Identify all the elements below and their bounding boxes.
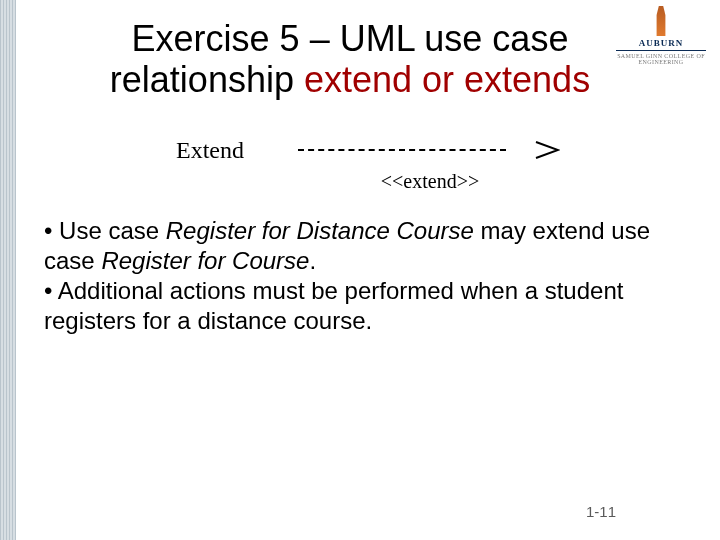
bullet-2: • Additional actions must be performed w…	[44, 276, 664, 336]
dashed-line	[298, 149, 506, 151]
extend-stereotype: <<extend>>	[300, 170, 560, 193]
tower-icon	[650, 6, 672, 36]
bullet-1: • Use case Register for Distance Course …	[44, 216, 664, 276]
notation-row: Extend	[150, 130, 560, 170]
b1-pre: • Use case	[44, 217, 166, 244]
slide-title: Exercise 5 – UML use case relationship e…	[70, 18, 630, 101]
b1-it2: Register for Course	[101, 247, 309, 274]
b1-it1: Register for Distance Course	[166, 217, 474, 244]
open-arrowhead-icon	[534, 140, 560, 160]
notation-label: Extend	[150, 137, 270, 164]
side-band	[0, 0, 16, 540]
uml-notation: Extend <<extend>>	[150, 130, 560, 193]
body-text: • Use case Register for Distance Course …	[44, 216, 664, 336]
page-number: 1-11	[586, 503, 616, 520]
b1-end: .	[309, 247, 316, 274]
title-part2: extend or extends	[304, 59, 590, 100]
